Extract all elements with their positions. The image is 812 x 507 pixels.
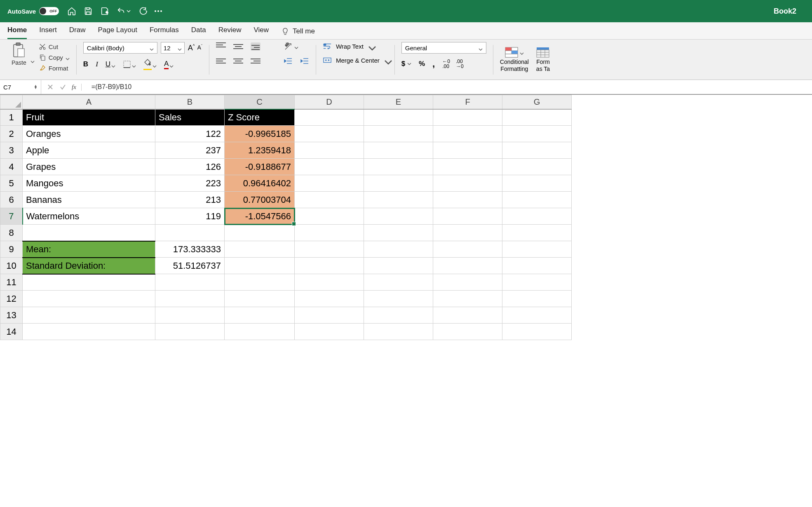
decrease-indent-icon[interactable] xyxy=(284,57,293,65)
cell[interactable] xyxy=(364,258,433,274)
save-icon[interactable] xyxy=(84,7,93,16)
format-as-table-button[interactable]: Form as Ta xyxy=(536,47,550,72)
undo-dropdown-icon[interactable] xyxy=(127,9,131,13)
conditional-formatting-button[interactable]: Conditional Formatting xyxy=(500,47,529,72)
row-header-10[interactable]: 10 xyxy=(0,258,23,274)
col-header-B[interactable]: B xyxy=(155,95,225,109)
row-header-1[interactable]: 1 xyxy=(0,109,23,126)
bold-button[interactable]: B xyxy=(83,60,88,68)
cell[interactable] xyxy=(502,225,572,241)
cell-A2[interactable]: Oranges xyxy=(23,126,155,142)
cell-C3[interactable]: 1.2359418 xyxy=(225,142,295,159)
select-all-corner[interactable] xyxy=(0,95,23,109)
cell[interactable] xyxy=(502,291,572,307)
cell[interactable] xyxy=(502,258,572,274)
more-icon[interactable] xyxy=(155,10,162,12)
cell[interactable] xyxy=(225,225,295,241)
align-top-icon[interactable] xyxy=(216,42,226,51)
row-header-9[interactable]: 9 xyxy=(0,241,23,258)
cell[interactable] xyxy=(433,175,502,192)
name-box[interactable]: C7 ▲▼ xyxy=(0,80,41,94)
col-header-E[interactable]: E xyxy=(364,95,433,109)
cell[interactable] xyxy=(23,291,155,307)
cell-C6[interactable]: 0.77003704 xyxy=(225,192,295,208)
cell[interactable] xyxy=(433,192,502,208)
col-header-A[interactable]: A xyxy=(23,95,155,109)
cell-B4[interactable]: 126 xyxy=(155,159,225,175)
cell[interactable] xyxy=(295,208,364,225)
cell[interactable] xyxy=(364,109,433,126)
percent-button[interactable]: % xyxy=(419,60,425,68)
row-header-14[interactable]: 14 xyxy=(0,324,23,340)
cell[interactable] xyxy=(502,307,572,324)
cell-B10[interactable]: 51.5126737 xyxy=(155,258,225,274)
cell[interactable] xyxy=(364,126,433,142)
cell[interactable] xyxy=(364,208,433,225)
cell[interactable] xyxy=(225,307,295,324)
font-name-select[interactable]: Calibri (Body) xyxy=(83,42,157,54)
cell[interactable] xyxy=(502,241,572,258)
col-header-G[interactable]: G xyxy=(502,95,572,109)
font-size-select[interactable]: 12 xyxy=(161,42,185,54)
comma-button[interactable]: , xyxy=(432,59,435,69)
row-header-6[interactable]: 6 xyxy=(0,192,23,208)
cell[interactable] xyxy=(155,225,225,241)
border-button[interactable] xyxy=(123,60,136,68)
align-middle-icon[interactable] xyxy=(233,42,243,51)
tell-me-search[interactable]: Tell me xyxy=(281,27,315,39)
autosave-toggle-group[interactable]: AutoSave OFF xyxy=(7,7,59,15)
cut-button[interactable]: Cut xyxy=(39,43,70,50)
cell[interactable] xyxy=(23,225,155,241)
autosave-switch[interactable]: OFF xyxy=(39,7,59,15)
cell[interactable] xyxy=(295,109,364,126)
cell[interactable] xyxy=(155,307,225,324)
cell-C2[interactable]: -0.9965185 xyxy=(225,126,295,142)
increase-font-icon[interactable]: A^ xyxy=(188,44,195,52)
cell[interactable] xyxy=(502,109,572,126)
cell[interactable] xyxy=(23,307,155,324)
save-as-icon[interactable] xyxy=(100,7,109,16)
cell[interactable] xyxy=(295,274,364,291)
cell-B6[interactable]: 213 xyxy=(155,192,225,208)
cancel-icon[interactable] xyxy=(47,84,54,90)
row-header-12[interactable]: 12 xyxy=(0,291,23,307)
fill-color-button[interactable] xyxy=(143,59,157,70)
align-center-icon[interactable] xyxy=(233,57,243,65)
cell[interactable] xyxy=(23,324,155,340)
cell-B5[interactable]: 223 xyxy=(155,175,225,192)
cell[interactable] xyxy=(295,291,364,307)
cell[interactable] xyxy=(364,274,433,291)
currency-button[interactable]: $ xyxy=(401,60,411,68)
paste-button[interactable]: Paste xyxy=(12,42,26,66)
cell[interactable] xyxy=(433,307,502,324)
cell[interactable] xyxy=(225,324,295,340)
cell[interactable] xyxy=(364,324,433,340)
wrap-text-button[interactable]: ab Wrap Text xyxy=(323,42,388,50)
cell-B7[interactable]: 119 xyxy=(155,208,225,225)
number-format-select[interactable]: General xyxy=(401,42,486,54)
row-header-3[interactable]: 3 xyxy=(0,142,23,159)
cell[interactable] xyxy=(364,241,433,258)
cell-B3[interactable]: 237 xyxy=(155,142,225,159)
cell[interactable] xyxy=(295,324,364,340)
orientation-button[interactable]: ab xyxy=(284,42,298,51)
row-header-2[interactable]: 2 xyxy=(0,126,23,142)
cell-C4[interactable]: -0.9188677 xyxy=(225,159,295,175)
italic-button[interactable]: I xyxy=(96,60,98,68)
name-box-stepper-icon[interactable]: ▲▼ xyxy=(34,85,38,89)
cell[interactable] xyxy=(433,208,502,225)
cell-A1[interactable]: Fruit xyxy=(23,109,155,126)
cell-A3[interactable]: Apple xyxy=(23,142,155,159)
cell[interactable] xyxy=(502,208,572,225)
cell[interactable] xyxy=(433,291,502,307)
cell-C5[interactable]: 0.96416402 xyxy=(225,175,295,192)
cell[interactable] xyxy=(225,258,295,274)
increase-decimal-icon[interactable]: ←0.00 xyxy=(442,59,450,69)
cell[interactable] xyxy=(433,159,502,175)
enter-icon[interactable] xyxy=(59,84,66,90)
cell[interactable] xyxy=(364,175,433,192)
row-header-5[interactable]: 5 xyxy=(0,175,23,192)
cell-B1[interactable]: Sales xyxy=(155,109,225,126)
cell-A9[interactable]: Mean: xyxy=(23,241,155,258)
cell[interactable] xyxy=(155,291,225,307)
